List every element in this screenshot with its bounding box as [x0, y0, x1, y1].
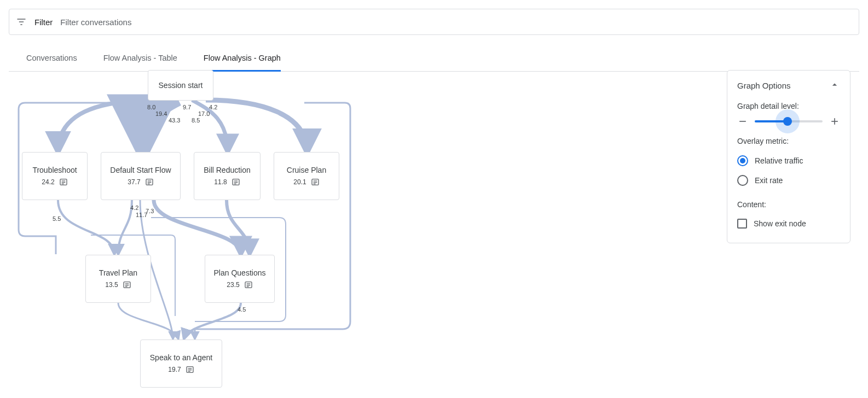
node-title: Travel Plan: [99, 268, 137, 277]
node-travel-plan[interactable]: Travel Plan 13.5: [85, 255, 151, 303]
node-speak-to-agent[interactable]: Speak to an Agent 19.7: [140, 340, 222, 388]
checkbox-label: Show exit node: [754, 219, 806, 228]
filter-input[interactable]: Filter conversations: [60, 17, 131, 27]
list-icon[interactable]: [244, 280, 253, 289]
node-title: Bill Reduction: [204, 166, 251, 174]
node-metric: 11.8: [214, 178, 227, 186]
radio-exit-rate[interactable]: Exit rate: [737, 171, 840, 190]
node-metric: 23.5: [227, 281, 239, 289]
node-title: Speak to an Agent: [150, 353, 212, 362]
edge-label: 9.7: [183, 104, 191, 110]
edge-label: 19.4: [155, 110, 167, 117]
node-title: Troubleshoot: [32, 166, 77, 174]
list-icon[interactable]: [59, 178, 68, 186]
filter-icon: [16, 16, 27, 27]
tabs: Conversations Flow Analysis - Table Flow…: [9, 45, 859, 72]
radio-relative-traffic[interactable]: Relative traffic: [737, 151, 840, 171]
list-icon[interactable]: [123, 280, 131, 289]
svg-rect-30: [834, 118, 835, 125]
node-metric: 24.2: [42, 178, 54, 186]
node-cruise-plan[interactable]: Cruise Plan 20.1: [274, 152, 339, 200]
increase-detail-button[interactable]: [829, 116, 840, 127]
tab-flow-analysis-table[interactable]: Flow Analysis - Table: [103, 45, 177, 72]
edge-label: 4.2: [130, 204, 138, 211]
flow-graph-canvas[interactable]: Session start Troubleshoot 24.2 Default …: [9, 70, 364, 398]
node-session-start[interactable]: Session start: [148, 70, 213, 101]
node-metric: 20.1: [293, 178, 306, 186]
detail-level-slider[interactable]: [755, 120, 823, 122]
edge-label: 8.5: [192, 117, 200, 124]
node-metric: 37.7: [128, 178, 140, 186]
node-plan-questions[interactable]: Plan Questions 23.5: [205, 255, 275, 303]
node-metric: 19.7: [168, 366, 181, 373]
tab-flow-analysis-graph[interactable]: Flow Analysis - Graph: [204, 45, 281, 72]
content-label: Content:: [737, 200, 840, 209]
radio-icon: [737, 175, 748, 186]
checkbox-show-exit-node[interactable]: Show exit node: [737, 214, 840, 233]
edge-label: 7.3: [146, 208, 154, 214]
graph-options-panel: Graph Options Graph detail level: Overla…: [727, 70, 850, 243]
node-default-start-flow[interactable]: Default Start Flow 37.7: [101, 152, 181, 200]
node-title: Session start: [159, 81, 203, 90]
node-bill-reduction[interactable]: Bill Reduction 11.8: [194, 152, 261, 200]
edge-label: 5.5: [53, 215, 61, 222]
list-icon[interactable]: [145, 178, 154, 186]
radio-label: Exit rate: [755, 176, 783, 185]
edge-label: 43.3: [169, 117, 180, 124]
node-troubleshoot[interactable]: Troubleshoot 24.2: [22, 152, 88, 200]
edge-label: 8.0: [147, 104, 155, 110]
node-metric: 13.5: [105, 281, 118, 289]
filter-bar: Filter Filter conversations: [9, 9, 859, 35]
node-title: Default Start Flow: [110, 166, 171, 174]
node-title: Plan Questions: [214, 268, 266, 277]
graph-options-title: Graph Options: [737, 81, 791, 90]
node-title: Cruise Plan: [287, 166, 326, 174]
list-icon[interactable]: [186, 365, 194, 374]
edge-label: 4.5: [238, 306, 246, 313]
radio-label: Relative traffic: [755, 156, 803, 165]
radio-icon: [737, 155, 748, 166]
list-icon[interactable]: [311, 178, 320, 186]
decrease-detail-button[interactable]: [737, 116, 748, 127]
filter-label: Filter: [34, 17, 53, 27]
edge-label: 17.0: [198, 110, 210, 117]
chevron-up-icon[interactable]: [829, 79, 840, 92]
edge-label: 4.2: [209, 104, 217, 110]
checkbox-icon: [737, 219, 747, 229]
overlay-metric-label: Overlay metric:: [737, 137, 840, 145]
tab-conversations[interactable]: Conversations: [26, 45, 77, 72]
svg-rect-28: [739, 121, 746, 122]
list-icon[interactable]: [232, 178, 240, 186]
